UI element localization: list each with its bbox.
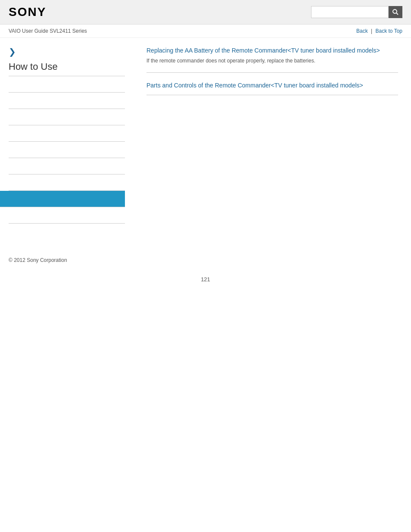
page-header: SONY <box>0 0 411 25</box>
nav-links: Back | Back to Top <box>356 28 402 34</box>
expand-arrow-icon[interactable]: ❯ <box>9 47 125 57</box>
nav-separator: | <box>371 28 372 34</box>
sidebar-item-3[interactable] <box>9 109 125 125</box>
svg-point-0 <box>393 9 397 13</box>
page-footer: © 2012 Sony Corporation <box>0 249 411 268</box>
search-input[interactable] <box>311 6 389 18</box>
sidebar-title: How to Use <box>9 61 125 76</box>
content-divider-1 <box>146 72 398 73</box>
guide-title: VAIO User Guide SVL2411 Series <box>9 28 87 34</box>
sidebar-item-5[interactable] <box>9 142 125 158</box>
content-desc-1: If the remote commander does not operate… <box>146 58 398 64</box>
content-area: Replacing the AA Battery of the Remote C… <box>134 38 411 249</box>
search-box <box>311 6 402 18</box>
nav-bar: VAIO User Guide SVL2411 Series Back | Ba… <box>0 25 411 38</box>
back-link[interactable]: Back <box>356 28 368 34</box>
page-number: 121 <box>0 268 411 291</box>
sidebar-item-6[interactable] <box>9 158 125 174</box>
sidebar-item-4[interactable] <box>9 125 125 142</box>
search-button[interactable] <box>389 6 402 18</box>
copyright-text: © 2012 Sony Corporation <box>9 257 67 263</box>
content-link-1[interactable]: Replacing the AA Battery of the Remote C… <box>146 47 398 55</box>
content-link-2[interactable]: Parts and Controls of the Remote Command… <box>146 81 398 90</box>
sidebar-item-7[interactable] <box>9 174 125 191</box>
search-icon <box>392 9 399 16</box>
sidebar-item-10[interactable] <box>9 224 125 240</box>
back-to-top-link[interactable]: Back to Top <box>376 28 402 34</box>
main-content: ❯ How to Use Replacing the AA Battery of… <box>0 38 411 249</box>
content-divider-2 <box>146 95 398 95</box>
svg-line-1 <box>396 13 398 15</box>
sidebar-item-1[interactable] <box>9 76 125 93</box>
sidebar: ❯ How to Use <box>0 38 134 249</box>
sidebar-item-8-highlighted[interactable] <box>0 191 125 207</box>
sony-logo: SONY <box>9 5 46 19</box>
sidebar-item-2[interactable] <box>9 93 125 109</box>
sidebar-item-9[interactable] <box>9 207 125 224</box>
